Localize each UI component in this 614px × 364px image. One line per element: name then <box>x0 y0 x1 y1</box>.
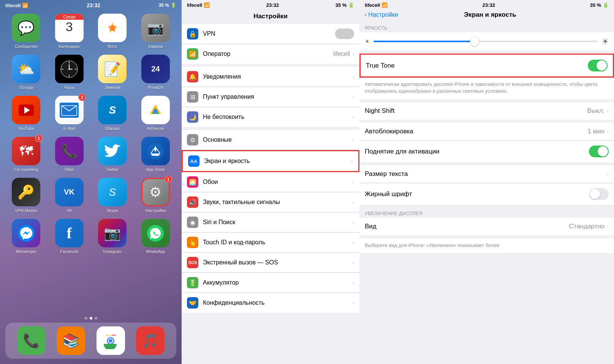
app-messages[interactable]: 💬 Сообщения <box>6 14 46 49</box>
text-size-row[interactable]: Размер текста › <box>359 165 614 183</box>
touchid-icon: 👆 <box>187 237 198 248</box>
autoblocking-value: 1 мин <box>588 128 605 135</box>
general-icon: ⚙ <box>187 134 198 146</box>
display-section-zoom: Вид Стандартно › <box>359 218 614 235</box>
app-travelling[interactable]: 🗺 1 For travelling <box>6 137 46 172</box>
brightness-section: ☀ ☀ <box>359 32 614 51</box>
display-section-1: Night Shift Выкл. › <box>359 102 614 120</box>
app-viber[interactable]: 📞 Viber <box>49 137 90 172</box>
chevron-sos: › <box>352 260 354 266</box>
settings-row-dnd[interactable]: 🌙 Не беспокоить › <box>182 107 359 127</box>
display-settings-screen: lifecell 📶 23:32 35 % 🔋 ‹ Настройки Экра… <box>359 0 614 364</box>
settings-row-operator[interactable]: 📶 Оператор lifecell › <box>182 44 359 64</box>
bold-text-toggle[interactable] <box>589 188 609 200</box>
app-clock[interactable]: Часы <box>49 55 90 90</box>
app-messenger[interactable]: Messenger <box>6 219 46 254</box>
dock-books[interactable]: 📚 <box>57 326 85 355</box>
chevron-view: › <box>607 223 609 229</box>
battery-home: 35 % 🔋 <box>159 3 176 8</box>
settings-row-sos[interactable]: SOS Экстренный вызов — SOS › <box>182 253 359 273</box>
app-vk[interactable]: VK VK <box>49 178 90 213</box>
app-settings[interactable]: ⚙ 1 Настройки <box>136 178 176 213</box>
app-twitter[interactable]: Twitter <box>92 137 133 172</box>
app-youtube[interactable]: YouTube <box>6 96 46 131</box>
app-photos[interactable]: Фото <box>92 14 133 49</box>
brightness-row: ☀ ☀ <box>365 37 609 46</box>
chevron-siri: › <box>352 219 354 225</box>
chevron-dnd: › <box>352 114 354 120</box>
autoblocking-row[interactable]: Автоблокировка 1 мин › <box>359 123 614 141</box>
app-camera[interactable]: 📷 Камера <box>136 14 176 49</box>
settings-row-wallpaper[interactable]: 🌅 Обои › <box>182 172 359 192</box>
time-display: 23:32 <box>483 2 495 8</box>
settings-row-notifications[interactable]: 🔔 Уведомления › <box>182 67 359 87</box>
vpn-icon: 🔒 <box>187 28 198 40</box>
settings-row-vpn[interactable]: 🔒 VPN <box>182 24 359 44</box>
chevron-operator: › <box>352 51 354 57</box>
view-value: Стандартно <box>569 223 605 230</box>
settings-screen: lifecell 📶 23:32 35 % 🔋 Настройки 🔒 VPN … <box>182 0 359 364</box>
wallpaper-icon: 🌅 <box>187 176 198 188</box>
autoblocking-label: Автоблокировка <box>365 128 588 135</box>
app-email[interactable]: 2 E-Mail <box>49 96 90 131</box>
operator-icon: 📶 <box>187 48 198 60</box>
app-privat24[interactable]: 24 Privat24 <box>136 55 176 90</box>
night-shift-value: Выкл. <box>587 107 605 115</box>
chevron-autoblocking: › <box>607 128 609 135</box>
status-bar-display: lifecell 📶 23:32 35 % 🔋 <box>359 0 614 9</box>
app-instagram[interactable]: 📷 Instagram <box>92 219 133 254</box>
view-label: Вид <box>365 223 569 230</box>
back-chevron-icon: ‹ <box>365 11 367 18</box>
control-center-icon: ⊞ <box>187 91 198 103</box>
status-carrier-home: lifecell 📶 <box>5 3 28 8</box>
battery-icon: 🔋 <box>187 277 198 288</box>
settings-row-battery[interactable]: 🔋 Аккумулятор › <box>182 273 359 293</box>
back-button[interactable]: ‹ Настройки <box>365 11 398 18</box>
app-notes[interactable]: 📝 Заметки <box>92 55 133 90</box>
settings-row-touchid[interactable]: 👆 Touch ID и код-пароль › <box>182 233 359 253</box>
app-adsense[interactable]: AdSense <box>136 96 176 131</box>
raise-to-wake-label: Поднятие для активации <box>365 148 589 155</box>
text-size-label: Размер текста <box>365 170 607 178</box>
app-vpnmaster[interactable]: 🔑 VPN Master <box>6 178 46 213</box>
raise-to-wake-toggle[interactable] <box>589 146 609 157</box>
settings-section-system: 🔔 Уведомления › ⊞ Пункт управления › 🌙 Н… <box>182 67 359 127</box>
settings-row-display[interactable]: AA Экран и яркость › <box>182 150 359 172</box>
raise-to-wake-row[interactable]: Поднятие для активации <box>359 141 614 162</box>
bold-text-row[interactable]: Жирный шрифт <box>359 183 614 205</box>
vpn-toggle[interactable] <box>335 28 354 39</box>
night-shift-row[interactable]: Night Shift Выкл. › <box>359 102 614 120</box>
display-section-3: Размер текста › Жирный шрифт <box>359 165 614 205</box>
settings-row-privacy[interactable]: 🤝 Конфиденциальность › <box>182 293 359 313</box>
settings-section-network: 🔒 VPN 📶 Оператор lifecell › <box>182 24 359 64</box>
carrier-home: lifecell <box>5 3 21 8</box>
app-shazam[interactable]: S Shazam <box>92 96 133 131</box>
app-whatsapp[interactable]: WhatsApp <box>136 219 176 254</box>
app-calendar[interactable]: Среда 3 Календарь <box>49 14 90 49</box>
settings-row-controlcenter[interactable]: ⊞ Пункт управления › <box>182 87 359 107</box>
dock-music[interactable]: 🎵 <box>136 326 165 355</box>
dock-chrome[interactable] <box>97 326 125 355</box>
chevron-battery: › <box>352 280 354 286</box>
true-tone-section: True Tone Автоматически адаптировать дис… <box>359 54 614 99</box>
settings-row-siri[interactable]: ◉ Siri и Поиск › <box>182 212 359 233</box>
settings-list: 🔒 VPN 📶 Оператор lifecell › 🔔 Уведомлени… <box>182 24 359 364</box>
brightness-slider[interactable] <box>373 41 598 42</box>
view-row[interactable]: Вид Стандартно › <box>359 218 614 235</box>
carrier-settings: lifecell 📶 <box>187 2 210 8</box>
true-tone-row: True Tone <box>359 54 614 78</box>
zoom-description: Выберите вид для iPhone: «Увеличено» пок… <box>359 238 614 253</box>
dock-phone[interactable]: 📞 <box>17 326 46 355</box>
true-tone-toggle[interactable] <box>588 60 608 71</box>
settings-row-general[interactable]: ⚙ Основные › <box>182 130 359 150</box>
app-weather[interactable]: ⛅ Погода <box>6 55 46 90</box>
app-appstore[interactable]: App Store <box>136 137 176 172</box>
settings-row-sounds[interactable]: 🔊 Звуки, тактильные сигналы › <box>182 192 359 212</box>
svg-point-1 <box>109 25 116 31</box>
brightness-thumb[interactable] <box>470 37 479 46</box>
app-skype[interactable]: S Skype <box>92 178 133 213</box>
app-facebook[interactable]: f Facebook <box>49 219 90 254</box>
chevron-general: › <box>352 137 354 143</box>
chevron-touchid: › <box>352 239 354 245</box>
brightness-fill <box>373 41 475 42</box>
